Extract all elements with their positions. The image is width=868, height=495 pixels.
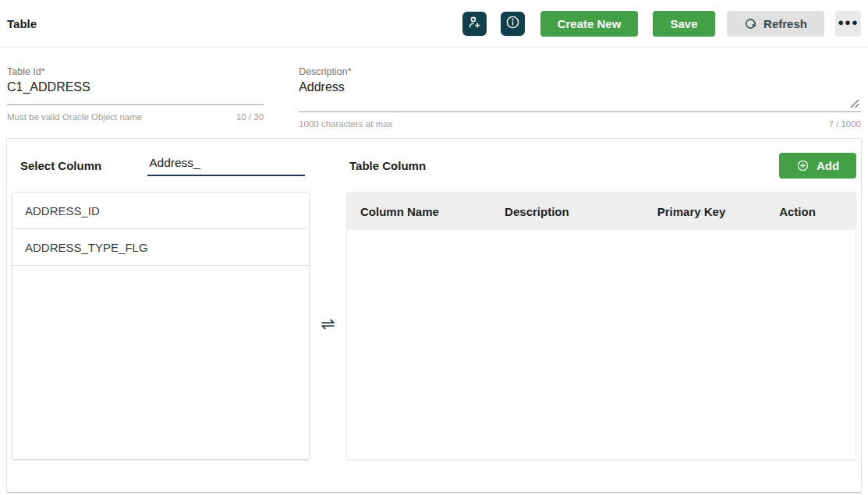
- description-textarea[interactable]: [299, 80, 861, 94]
- table-column-title: Table Column: [349, 159, 426, 172]
- table-id-helper-text: Must be valid Oracle Object name: [7, 112, 142, 122]
- description-char-counter: 7 / 1000: [828, 119, 861, 129]
- description-helper-text: 1000 characters at max: [299, 119, 392, 129]
- column-search-input[interactable]: [147, 154, 305, 176]
- page-title: Table: [7, 17, 37, 30]
- more-options-button[interactable]: ●●●: [835, 11, 861, 37]
- description-field-group: Description* 1000 characters at max 7 / …: [299, 66, 861, 129]
- table-body-empty: [347, 230, 856, 459]
- add-circle-icon: [796, 159, 810, 172]
- column-header-primary-key: Primary Key: [657, 205, 779, 218]
- add-user-button[interactable]: [462, 12, 487, 36]
- toolbar-actions: Create New Save Refresh ●●●: [462, 11, 861, 37]
- table-columns-table: Column Name Description Primary Key Acti…: [346, 192, 856, 460]
- add-button-label: Add: [817, 159, 839, 172]
- description-label: Description*: [299, 66, 861, 77]
- table-form: Table Id* Must be valid Oracle Object na…: [0, 66, 868, 129]
- table-id-label: Table Id*: [7, 66, 264, 77]
- available-columns-list: ADDRESS_ID ADDRESS_TYPE_FLG: [12, 192, 310, 460]
- column-list-item-label: ADDRESS_TYPE_FLG: [25, 241, 148, 254]
- select-column-section: Select Column ADDRESS_ID ADDRESS_TYPE_FL…: [12, 139, 310, 492]
- create-new-button[interactable]: Create New: [540, 11, 638, 37]
- table-column-section: Table Column Add Column Name Description…: [346, 139, 856, 492]
- column-header-action: Action: [779, 205, 856, 218]
- table-id-char-counter: 10 / 30: [236, 112, 264, 122]
- textarea-resize-handle-icon[interactable]: [299, 94, 861, 110]
- info-button[interactable]: [501, 12, 525, 36]
- column-list-item[interactable]: ADDRESS_ID: [12, 193, 309, 229]
- top-toolbar: Table Create New Save: [0, 0, 868, 48]
- column-list-item[interactable]: ADDRESS_TYPE_FLG: [12, 229, 309, 266]
- column-header-column-name: Column Name: [347, 205, 505, 218]
- column-header-description: Description: [505, 205, 657, 218]
- select-column-title: Select Column: [20, 159, 101, 172]
- column-selection-panel: Select Column ADDRESS_ID ADDRESS_TYPE_FL…: [6, 138, 862, 493]
- table-header-row: Column Name Description Primary Key Acti…: [347, 193, 856, 230]
- refresh-label: Refresh: [763, 17, 807, 30]
- table-id-field-group: Table Id* Must be valid Oracle Object na…: [7, 66, 264, 129]
- refresh-button[interactable]: Refresh: [727, 11, 824, 37]
- add-user-icon: [467, 15, 482, 32]
- refresh-icon: [744, 17, 757, 30]
- save-button[interactable]: Save: [653, 11, 715, 37]
- more-options-icon: ●●●: [838, 16, 859, 28]
- column-list-item-label: ADDRESS_ID: [25, 204, 100, 217]
- info-icon: [505, 15, 520, 32]
- table-id-input[interactable]: [7, 80, 264, 94]
- add-column-button[interactable]: Add: [779, 153, 856, 179]
- swap-columns-icon[interactable]: ⇌: [321, 314, 335, 334]
